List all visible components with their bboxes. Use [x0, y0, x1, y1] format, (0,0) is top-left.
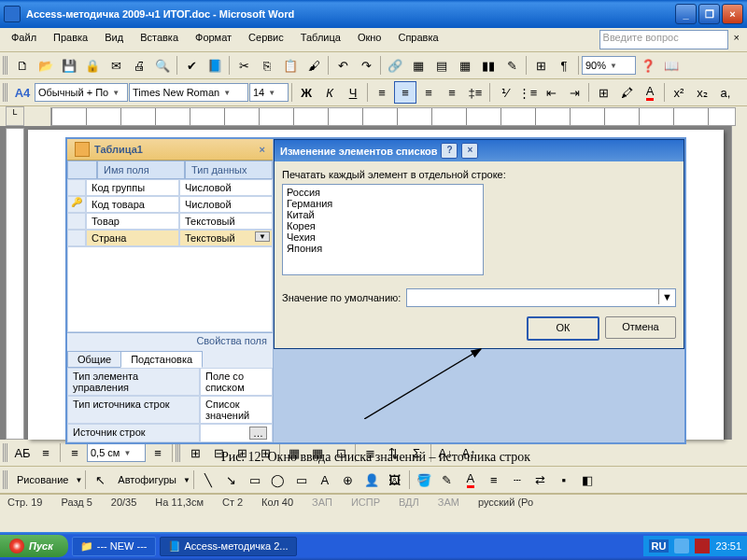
line-color-icon[interactable]: ✎: [436, 469, 458, 491]
status-ovr[interactable]: ЗАМ: [434, 497, 463, 508]
excel-icon[interactable]: ▦: [454, 54, 476, 77]
line-spacing-icon[interactable]: ‡≡: [464, 81, 486, 104]
font-size-combo[interactable]: 14▼: [249, 83, 289, 102]
insert-table-icon[interactable]: ▤: [430, 54, 453, 77]
lang-indicator[interactable]: RU: [649, 539, 669, 553]
status-rec[interactable]: ЗАП: [308, 497, 336, 508]
open-icon[interactable]: 📂: [35, 54, 57, 77]
tab-general[interactable]: Общие: [67, 351, 121, 368]
status-ext[interactable]: ВДЛ: [395, 497, 423, 508]
align-left-icon[interactable]: ≡: [371, 81, 393, 104]
menu-edit[interactable]: Правка: [46, 30, 95, 49]
paste-icon[interactable]: 📋: [279, 54, 302, 77]
menu-format[interactable]: Формат: [188, 30, 239, 49]
oval-icon[interactable]: ◯: [267, 469, 289, 491]
diagram-icon[interactable]: ⊕: [337, 469, 359, 491]
vertical-scrollbar[interactable]: [731, 126, 747, 440]
dialog-help-icon[interactable]: ?: [441, 143, 458, 159]
clipart-icon[interactable]: 👤: [360, 469, 383, 491]
close-button[interactable]: ×: [722, 4, 743, 24]
close-tab-icon[interactable]: ×: [260, 144, 265, 155]
save-icon[interactable]: 💾: [58, 54, 80, 77]
borders-icon[interactable]: ⊞: [592, 81, 614, 104]
hyperlink-icon[interactable]: 🔗: [384, 54, 406, 77]
undo-icon[interactable]: ↶: [331, 54, 354, 77]
align-justify-icon[interactable]: ≡: [441, 81, 463, 104]
status-trk[interactable]: ИСПР: [347, 497, 384, 508]
vertical-ruler[interactable]: [6, 128, 24, 440]
zoom-combo[interactable]: 90%▼: [582, 56, 636, 75]
threed-icon[interactable]: ◧: [576, 469, 599, 491]
ask-question-input[interactable]: Введите вопрос: [599, 30, 728, 49]
show-para-icon[interactable]: ¶: [553, 54, 575, 77]
highlight-icon[interactable]: 🖍: [615, 81, 638, 104]
property-row[interactable]: Источник строк…: [67, 424, 273, 442]
font-combo[interactable]: Times New Roman▼: [129, 83, 248, 102]
italic-icon[interactable]: К: [318, 81, 341, 104]
readmode-icon[interactable]: 📖: [660, 54, 683, 77]
permission-icon[interactable]: 🔒: [81, 54, 104, 77]
tab-lookup[interactable]: Подстановка: [120, 351, 203, 368]
columns-icon[interactable]: ▮▮: [477, 54, 500, 77]
superscript-icon[interactable]: x²: [668, 81, 690, 104]
abc-icon[interactable]: АБ: [11, 441, 34, 464]
horizontal-ruler[interactable]: [50, 107, 736, 126]
align-right-icon[interactable]: ≡: [417, 81, 440, 104]
format-painter-icon[interactable]: 🖌: [303, 54, 325, 77]
default-value-combo[interactable]: ▼: [406, 288, 676, 307]
cut-icon[interactable]: ✂: [233, 54, 255, 77]
copy-icon[interactable]: ⎘: [256, 54, 278, 77]
kaspersky-icon[interactable]: [695, 539, 710, 553]
fill-color-icon[interactable]: 🪣: [413, 469, 435, 491]
line-style-icon[interactable]: ≡: [483, 469, 505, 491]
mail-icon[interactable]: ✉: [105, 54, 127, 77]
drawing-icon[interactable]: ✎: [500, 54, 523, 77]
maximize-button[interactable]: ❐: [698, 4, 720, 24]
arrow-style-icon[interactable]: ⇄: [529, 469, 552, 491]
field-row[interactable]: СтранаТекстовый▼: [67, 230, 273, 246]
start-button[interactable]: Пуск: [0, 535, 68, 557]
numbering-icon[interactable]: ⅟: [493, 81, 515, 104]
dialog-close-icon[interactable]: ×: [461, 143, 478, 159]
indent-icon[interactable]: ⇥: [563, 81, 585, 104]
align-center-icon[interactable]: ≡: [394, 81, 416, 104]
cancel-button[interactable]: Отмена: [605, 316, 676, 339]
docmap-icon[interactable]: ⊞: [529, 54, 552, 77]
subscript-icon[interactable]: x₂: [691, 81, 713, 104]
tray-icon[interactable]: [674, 539, 689, 553]
font-color-icon[interactable]: A: [459, 469, 482, 491]
menu-window[interactable]: Окно: [350, 30, 389, 49]
minimize-button[interactable]: _: [675, 4, 697, 24]
shadow-icon[interactable]: ▪: [553, 469, 575, 491]
print-icon[interactable]: 🖨: [128, 54, 150, 77]
drawing-menu[interactable]: Рисование: [11, 471, 74, 488]
property-row[interactable]: Тип источника строкСписок значений: [67, 396, 273, 424]
clock[interactable]: 23:51: [715, 540, 741, 552]
underline-icon[interactable]: Ч: [342, 81, 364, 104]
rect-icon[interactable]: ▭: [244, 469, 266, 491]
lang-icon[interactable]: а,: [714, 81, 737, 104]
ok-button[interactable]: ОК: [527, 316, 599, 341]
menu-help[interactable]: Справка: [390, 30, 445, 49]
menu-tools[interactable]: Сервис: [241, 30, 291, 49]
field-row[interactable]: Код группыЧисловой: [67, 179, 273, 196]
font-color-icon[interactable]: A: [639, 81, 661, 104]
autoshapes-menu[interactable]: Автофигуры: [112, 471, 182, 488]
textbox-icon[interactable]: ▭: [290, 469, 313, 491]
property-row[interactable]: Тип элемента управленияПоле со списком: [67, 368, 273, 396]
field-row[interactable]: ТоварТекстовый: [67, 213, 273, 230]
line-icon[interactable]: ╲: [197, 469, 219, 491]
dash-style-icon[interactable]: ┄: [506, 469, 529, 491]
menu-table[interactable]: Таблица: [293, 30, 348, 49]
tables-borders-icon[interactable]: ▦: [407, 54, 430, 77]
bullets-icon[interactable]: ⋮≡: [516, 81, 539, 104]
picture-icon[interactable]: 🖼: [384, 469, 406, 491]
wordart-icon[interactable]: A: [314, 469, 336, 491]
field-row[interactable]: 🔑Код товараЧисловой: [67, 196, 273, 213]
list-items-box[interactable]: РоссияГерманияКитайКореяЧехияЯпония: [282, 184, 484, 275]
tb-icon[interactable]: ≡: [35, 441, 57, 464]
menu-view[interactable]: Вид: [97, 30, 131, 49]
arrow-icon[interactable]: ↘: [220, 469, 243, 491]
select-arrow-icon[interactable]: ↖: [89, 469, 111, 491]
outdent-icon[interactable]: ⇤: [540, 81, 562, 104]
